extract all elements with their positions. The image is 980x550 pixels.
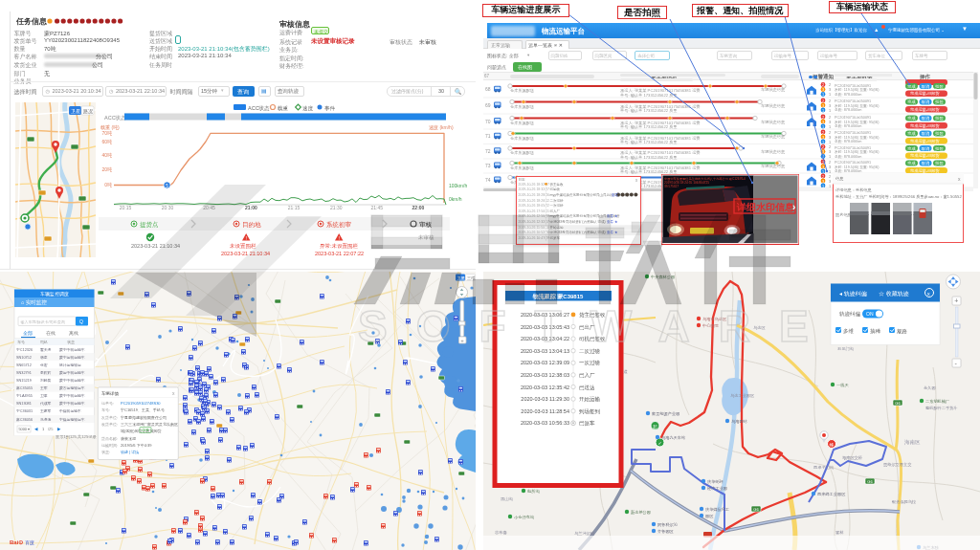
svg-text:SN15219: SN15219 bbox=[16, 379, 32, 383]
svg-text:中央森林公园: 中央森林公园 bbox=[651, 275, 675, 279]
svg-text:一次过磅: 一次过磅 bbox=[550, 203, 565, 208]
svg-text:2: 2 bbox=[829, 83, 831, 87]
svg-text:异常:未设置围栏: 异常:未设置围栏 bbox=[320, 243, 359, 250]
svg-text:开始运输: 开始运输 bbox=[550, 225, 565, 230]
svg-text:3: 3 bbox=[822, 104, 824, 108]
svg-text:2020-03-03 10:56:33: 2020-03-03 10:56:33 bbox=[521, 420, 569, 426]
svg-text:2: 2 bbox=[822, 161, 824, 165]
svg-text:单号: 确认单 17331245622 质量: 单号: 确认单 17331245622 质量 bbox=[620, 140, 678, 144]
svg-text:宁C36031: 宁C36031 bbox=[16, 408, 33, 413]
svg-text:规路: 规路 bbox=[897, 328, 908, 335]
svg-text:完成: 完成 bbox=[907, 161, 916, 165]
svg-text:总距: 878.066km: 总距: 878.066km bbox=[834, 139, 862, 143]
svg-text:已签收: 已签收 bbox=[550, 187, 561, 191]
svg-text:发货单位:: 发货单位: bbox=[101, 415, 118, 420]
svg-text:3: 3 bbox=[822, 121, 824, 124]
svg-text:仓库所属配送: 仓库所属配送 bbox=[510, 88, 534, 94]
svg-text:二次过磅: 二次过磅 bbox=[550, 198, 565, 203]
svg-text:抽稀: 抽稀 bbox=[870, 328, 881, 335]
svg-text:日志: 日志 bbox=[519, 178, 526, 182]
svg-text:目的地: 目的地 bbox=[242, 220, 261, 228]
svg-text:车辆监控调度: 车辆监控调度 bbox=[40, 291, 69, 297]
svg-text:SN13081: SN13081 bbox=[16, 402, 32, 406]
svg-text:车辆状态信息: 车辆状态信息 bbox=[761, 120, 785, 124]
svg-text:蒙宁中转运输车: 蒙宁中转运输车 bbox=[59, 393, 85, 398]
svg-text:霍天海: 霍天海 bbox=[40, 347, 52, 352]
svg-text:39.575327: 39.575327 bbox=[664, 185, 679, 188]
svg-text:详细水印信息: 详细水印信息 bbox=[736, 202, 794, 212]
svg-text:蒙古运输转运车: 蒙古运输转运车 bbox=[59, 385, 85, 390]
svg-text:单号: 确认单 17331245622 质量: 单号: 确认单 17331245622 质量 bbox=[620, 155, 678, 160]
svg-text:系统初审: 系统初审 bbox=[326, 220, 352, 228]
svg-text:总距: 878.066km: 总距: 878.066km bbox=[834, 107, 862, 112]
svg-text:20:45: 20:45 bbox=[203, 205, 215, 210]
svg-text:速度: 速度 bbox=[302, 105, 314, 112]
svg-text:+: + bbox=[460, 338, 464, 343]
svg-text:2: 2 bbox=[822, 116, 824, 120]
svg-text:详情: 详情 bbox=[142, 428, 149, 432]
svg-text:受检地址：五分厂 受检时间等：1899/25/266 质量参: 受检地址：五分厂 受检时间等：1899/25/266 质量参число：窗1.5… bbox=[835, 194, 962, 200]
svg-text:2: 2 bbox=[829, 145, 831, 149]
svg-text:路况: 路况 bbox=[83, 108, 93, 115]
svg-text:SN32791: SN32791 bbox=[16, 371, 32, 375]
svg-text:新达基公园: 新达基公园 bbox=[631, 510, 651, 515]
svg-text:70: 70 bbox=[485, 119, 491, 124]
svg-text:蒙宁中转运输车: 蒙宁中转运输车 bbox=[59, 347, 85, 352]
svg-text:ON: ON bbox=[866, 311, 874, 317]
svg-text:发时: 119.5(吨) 至重: 95(吨): 发时: 119.5(吨) 至重: 95(吨) bbox=[835, 120, 880, 124]
svg-text:▶: ▶ bbox=[57, 427, 61, 431]
svg-text:已派车: 已派车 bbox=[550, 235, 561, 240]
svg-text:信息: 信息 bbox=[835, 176, 843, 181]
svg-text:›: › bbox=[792, 202, 795, 212]
svg-text:已入厂: 已入厂 bbox=[550, 209, 561, 213]
svg-text:2: 2 bbox=[829, 131, 831, 135]
svg-text:2: 2 bbox=[822, 131, 824, 135]
svg-text:21:30: 21:30 bbox=[330, 205, 343, 210]
svg-text:69: 69 bbox=[485, 102, 491, 108]
svg-text:宁煤运输转运车: 宁煤运输转运车 bbox=[59, 417, 85, 422]
svg-text:车辆状态信息: 车辆状态信息 bbox=[761, 149, 785, 154]
svg-text:蒙宁中转运输车: 蒙宁中转运输车 bbox=[59, 401, 85, 406]
svg-text:车辆状态信息: 车辆状态信息 bbox=[761, 164, 785, 168]
svg-text:照片信息: 照片信息 bbox=[835, 212, 852, 218]
svg-text:3: 3 bbox=[829, 104, 831, 108]
svg-text:70吨: 70吨 bbox=[101, 130, 112, 136]
svg-text:二东胡机械厂: 二东胡机械厂 bbox=[925, 399, 949, 404]
svg-text:乌兰淖尔镇: 乌兰淖尔镇 bbox=[574, 531, 595, 536]
svg-text:马海涛: 马海涛 bbox=[40, 417, 52, 422]
svg-text:仓库所属配送: 仓库所属配送 bbox=[510, 121, 534, 126]
svg-text:3: 3 bbox=[822, 136, 824, 140]
svg-text:宁LA4955: 宁LA4955 bbox=[16, 393, 33, 398]
svg-text:◀: ◀ bbox=[34, 427, 38, 431]
svg-text:蒙宁中转运输车: 蒙宁中转运输车 bbox=[59, 378, 85, 383]
svg-text:状态: 状态 bbox=[67, 340, 75, 344]
svg-text:3: 3 bbox=[829, 165, 831, 169]
svg-text:◂ 轨迹纠偏: ◂ 轨迹纠偏 bbox=[839, 290, 867, 297]
svg-text:起: 起 bbox=[653, 424, 657, 430]
svg-text:3: 3 bbox=[829, 180, 831, 184]
svg-text:取消: 取消 bbox=[922, 116, 929, 121]
svg-text:完成: 完成 bbox=[907, 84, 916, 89]
svg-text:发时: 119.5(吨) 至重: 95(吨): 发时: 119.5(吨) 至重: 95(吨) bbox=[835, 165, 880, 169]
svg-text:3: 3 bbox=[822, 150, 824, 154]
svg-text:载重: 载重 bbox=[278, 105, 289, 111]
svg-text:详细信息：受检信息: 详细信息：受检信息 bbox=[835, 187, 872, 192]
svg-text:PC20190710-b050091: PC20190710-b050091 bbox=[835, 146, 871, 150]
svg-text:100km/h: 100km/h bbox=[449, 183, 467, 188]
svg-text:2019-10-26 11:50:00: 2019-10-26 11:50:00 bbox=[519, 226, 549, 230]
svg-text:乌海西站: 乌海西站 bbox=[731, 419, 748, 424]
svg-text:查看 ★: 查看 ★ bbox=[607, 213, 618, 218]
svg-text:二次过磅: 二次过磅 bbox=[579, 348, 601, 355]
svg-text:总距: 878.066km: 总距: 878.066km bbox=[834, 123, 862, 128]
svg-text:货主已签收: 货主已签收 bbox=[579, 312, 606, 319]
svg-text:离线: 离线 bbox=[69, 330, 78, 336]
svg-text:PC20190710-b050091: PC20190710-b050091 bbox=[835, 84, 871, 88]
svg-text:申请033号灵活卸货矿(力资确认 完成): 申请033号灵活卸货矿(力资确认 完成) bbox=[550, 230, 606, 234]
svg-text:1: 1 bbox=[829, 155, 831, 159]
svg-text:G6: G6 bbox=[867, 479, 873, 484]
svg-text:乌海市乌达区: 乌海市乌达区 bbox=[702, 317, 727, 321]
svg-text:刘晓磊: 刘晓磊 bbox=[40, 378, 52, 383]
svg-text:40吨: 40吨 bbox=[101, 152, 112, 158]
svg-text:车辆状态信息: 车辆状态信息 bbox=[761, 103, 785, 108]
svg-text:已出厂: 已出厂 bbox=[579, 324, 595, 330]
